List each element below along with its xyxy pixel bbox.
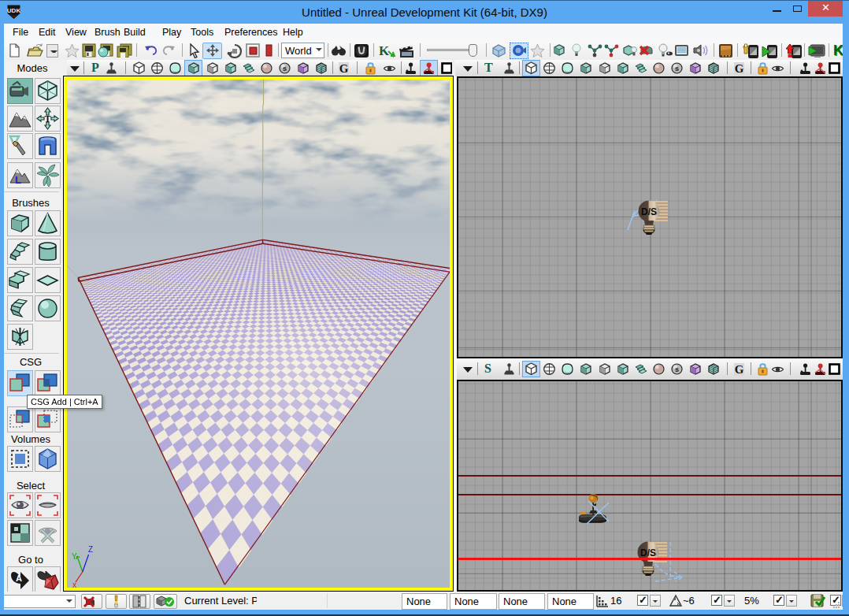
svg-text:L: L [15, 174, 21, 186]
svg-text:K: K [379, 43, 390, 58]
svg-text:A: A [16, 573, 22, 583]
svg-text:UDK: UDK [7, 7, 20, 14]
svg-text:Y: Y [72, 552, 77, 561]
svg-text:x: x [72, 581, 76, 588]
svg-text:T: T [44, 113, 50, 124]
svg-text:Z: Z [88, 545, 93, 554]
